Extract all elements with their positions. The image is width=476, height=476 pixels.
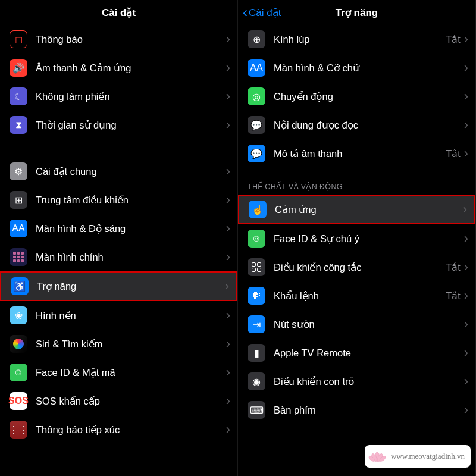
lotus-icon [368,446,386,468]
textsize-icon: AA [248,59,265,77]
motion-icon: ◎ [248,87,265,105]
chevron-right-icon: › [464,375,468,388]
chevron-right-icon: › [226,222,230,235]
row-grid[interactable]: Màn hình chính› [0,243,237,271]
row-motion[interactable]: ◎Chuyển động› [238,82,475,111]
hourglass-icon: ⧗ [10,116,27,134]
faceid-icon: ☺ [10,364,27,381]
chevron-right-icon: › [226,165,230,178]
pointer-icon: ◉ [248,372,265,390]
gear-icon: ⚙ [10,162,27,180]
row-accessibility[interactable]: ♿Trợ năng› [0,271,237,301]
row-sidebutton[interactable]: ⇥Nút sườn› [238,310,475,339]
row-faceid[interactable]: ☺Face ID & Sự chú ý› [238,224,475,253]
chevron-right-icon: › [226,33,230,46]
settings-list[interactable]: ◻Thông báo›🔊Âm thanh & Cảm ứng›☾Không là… [0,25,237,476]
row-label: Trợ năng [37,281,225,292]
row-keyboard[interactable]: ⌨Bàn phím› [238,396,475,424]
accessibility-list[interactable]: ⊕Kính lúpTắt›AAMàn hình & Cỡ chữ›◎Chuyển… [238,25,475,476]
row-siri[interactable]: Siri & Tìm kiếm› [0,330,237,358]
row-remote[interactable]: ▮Apple TV Remote› [238,339,475,367]
chevron-right-icon: › [226,90,230,103]
chevron-right-icon: › [226,337,230,350]
back-button[interactable]: ‹ Cài đặt [243,0,281,25]
chevron-right-icon: › [225,280,229,293]
accessibility-icon: ♿ [11,277,29,295]
row-label: Face ID & Mật mã [36,367,226,378]
notification-outline-icon: ◻ [10,30,27,48]
row-status: Tắt [446,290,460,302]
row-label: Trung tâm điều khiển [36,195,226,206]
row-label: Cảm ứng [275,204,463,215]
row-display[interactable]: AAMàn hình & Độ sáng› [0,214,237,243]
page-title: Trợ năng [336,7,378,19]
row-wallpaper[interactable]: ❀Hình nền› [0,301,237,330]
moon-icon: ☾ [10,87,27,105]
row-notification-outline[interactable]: ◻Thông báo› [0,25,237,54]
row-textsize[interactable]: AAMàn hình & Cỡ chữ› [238,54,475,82]
row-label: Thời gian sử dụng [36,120,226,131]
row-hourglass[interactable]: ⧗Thời gian sử dụng› [0,111,237,139]
wallpaper-icon: ❀ [10,306,27,324]
chevron-right-icon: › [226,423,230,436]
chevron-right-icon: › [464,33,468,46]
row-label: Thông báo tiếp xúc [36,424,226,436]
chevron-left-icon: ‹ [243,5,248,20]
row-touch[interactable]: ☝Cảm ứng› [238,195,475,224]
voice-icon: 🗣 [248,287,265,305]
row-label: Điều khiển con trỏ [274,376,464,387]
row-status: Tắt [446,148,460,159]
row-sos[interactable]: SOSSOS khẩn cấp› [0,387,237,415]
chevron-right-icon: › [226,193,230,206]
row-audiodesc[interactable]: 💬Mô tả âm thanhTắt› [238,139,475,168]
row-label: Cài đặt chung [36,166,226,177]
row-gear[interactable]: ⚙Cài đặt chung› [0,157,237,186]
sos-icon: SOS [10,392,27,410]
chevron-right-icon: › [464,346,468,359]
row-moon[interactable]: ☾Không làm phiền› [0,82,237,111]
siri-icon [10,335,27,353]
watermark-badge: www.meovatgiadinh.vn [365,445,471,468]
row-label: Màn hình & Cỡ chữ [274,62,464,74]
toggle-icon: ⊞ [10,191,27,209]
row-switch[interactable]: Điều khiển công tắcTắt› [238,253,475,281]
row-spoken[interactable]: 💬Nội dung được đọc› [238,111,475,139]
exposure-icon: ⋮⋮ [10,421,27,439]
section-header-physical: THỂ CHẤT VÀ VẬN ĐỘNG [238,168,475,195]
row-pointer[interactable]: ◉Điều khiển con trỏ› [238,367,475,396]
row-label: Nút sườn [274,319,464,330]
sidebutton-icon: ⇥ [248,315,265,333]
row-label: Khẩu lệnh [274,290,446,302]
chevron-right-icon: › [226,394,230,408]
audiodesc-icon: 💬 [248,145,265,162]
row-label: Màn hình chính [36,252,226,263]
row-label: Âm thanh & Cảm ứng [36,62,226,74]
chevron-right-icon: › [226,309,230,322]
sound-icon: 🔊 [10,59,27,77]
row-exposure[interactable]: ⋮⋮Thông báo tiếp xúc› [0,415,237,444]
row-label: Không làm phiền [36,91,226,102]
row-status: Tắt [446,34,460,45]
row-label: Siri & Tìm kiếm [36,339,226,350]
chevron-right-icon: › [463,203,467,216]
chevron-right-icon: › [226,366,230,379]
left-header: Cài đặt [0,0,237,25]
row-sound[interactable]: 🔊Âm thanh & Cảm ứng› [0,54,237,82]
settings-panel: Cài đặt ◻Thông báo›🔊Âm thanh & Cảm ứng›☾… [0,0,238,476]
row-label: SOS khẩn cấp [36,396,226,407]
chevron-right-icon: › [464,90,468,103]
chevron-right-icon: › [226,61,230,74]
row-voice[interactable]: 🗣Khẩu lệnhTắt› [238,281,475,310]
keyboard-icon: ⌨ [248,401,265,419]
right-header: ‹ Cài đặt Trợ năng [238,0,475,25]
chevron-right-icon: › [464,289,468,302]
row-label: Mô tả âm thanh [274,148,446,159]
chevron-right-icon: › [226,250,230,264]
back-label: Cài đặt [249,7,281,19]
row-faceid[interactable]: ☺Face ID & Mật mã› [0,358,237,387]
row-label: Bàn phím [274,405,464,416]
row-magnifier[interactable]: ⊕Kính lúpTắt› [238,25,475,54]
display-icon: AA [10,220,27,237]
row-toggle[interactable]: ⊞Trung tâm điều khiển› [0,186,237,214]
spoken-icon: 💬 [248,116,265,134]
